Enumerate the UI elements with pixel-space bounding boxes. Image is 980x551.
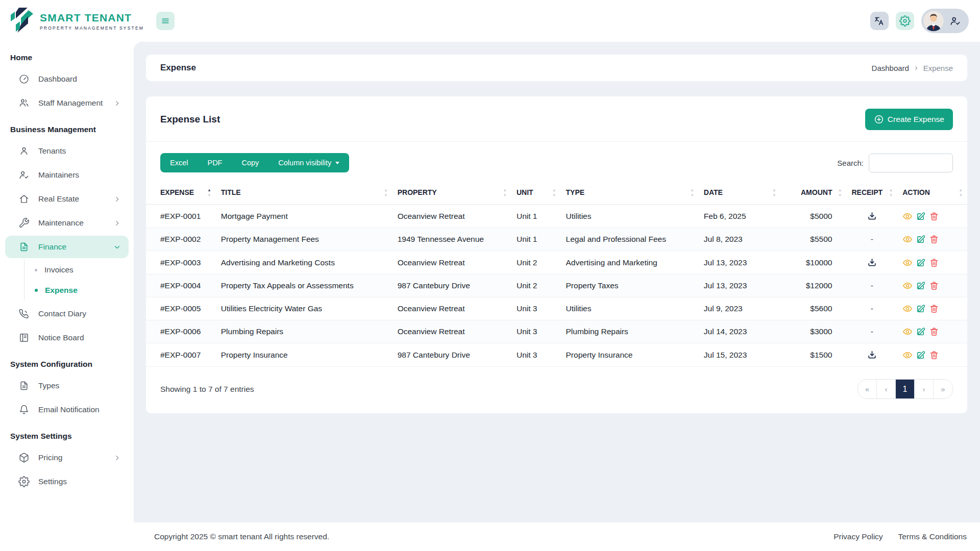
excel-export-button[interactable]: Excel xyxy=(160,153,198,172)
column-header-date[interactable]: DATE▲▼ xyxy=(699,181,781,205)
phone-icon xyxy=(18,308,30,319)
sidebar-item-contact-diary[interactable]: Contact Diary xyxy=(5,303,129,325)
copy-export-button[interactable]: Copy xyxy=(232,153,268,172)
column-header-title[interactable]: TITLE▲▼ xyxy=(216,181,393,205)
sidebar-item-dashboard[interactable]: Dashboard xyxy=(5,68,129,90)
bullet-icon xyxy=(35,289,38,292)
view-icon[interactable] xyxy=(902,258,913,268)
pagination-prev-button[interactable]: ‹ xyxy=(877,380,896,398)
sidebar-item-types[interactable]: Types xyxy=(5,374,129,397)
edit-icon[interactable] xyxy=(916,211,926,221)
delete-icon[interactable] xyxy=(929,258,939,268)
sidebar-item-pricing[interactable]: Pricing xyxy=(5,446,129,469)
cell-type: Utilities xyxy=(561,297,699,320)
column-header-expense[interactable]: EXPENSE▲▼ xyxy=(146,181,216,205)
cell-title: Mortgage Payment xyxy=(216,205,393,228)
pagination-page-1-button[interactable]: 1 xyxy=(896,380,915,398)
cell-expense-id: #EXP-0006 xyxy=(146,320,216,343)
column-header-receipt[interactable]: RECEIPT▲▼ xyxy=(846,181,897,205)
search-input[interactable] xyxy=(869,154,953,172)
cell-title: Property Insurance xyxy=(216,343,393,367)
download-receipt-icon[interactable] xyxy=(867,257,877,268)
sort-icon: ▲▼ xyxy=(959,188,963,197)
sidebar-toggle-button[interactable] xyxy=(156,12,175,30)
nav-section-home: Home xyxy=(0,44,134,66)
wrench-icon xyxy=(18,217,30,229)
terms-conditions-link[interactable]: Terms & Conditions xyxy=(898,532,967,541)
view-icon[interactable] xyxy=(902,350,913,360)
settings-button[interactable] xyxy=(896,12,914,30)
sidebar-item-email-notification[interactable]: Email Notification xyxy=(5,398,129,421)
edit-icon[interactable] xyxy=(916,258,926,268)
language-button[interactable] xyxy=(870,12,889,30)
expense-list-panel: Expense List Create Expense Excel PDF Co… xyxy=(146,96,967,413)
cell-date: Jul 8, 2023 xyxy=(699,228,781,251)
pdf-export-button[interactable]: PDF xyxy=(198,153,232,172)
table-row: #EXP-0003Advertising and Marketing Costs… xyxy=(146,251,967,274)
sidebar-item-maintainers[interactable]: Maintainers xyxy=(5,164,129,186)
sidebar-item-settings[interactable]: Settings xyxy=(5,470,129,493)
cell-actions xyxy=(897,274,967,297)
sidebar-subitem-invoices[interactable]: Invoices xyxy=(24,260,129,280)
pagination-first-button[interactable]: « xyxy=(858,380,877,398)
brand-name: SMART TENANT xyxy=(40,12,144,24)
delete-icon[interactable] xyxy=(929,281,939,291)
cell-title: Advertising and Marketing Costs xyxy=(216,251,393,274)
profile-menu[interactable] xyxy=(921,9,969,33)
sidebar-item-real-estate[interactable]: Real Estate xyxy=(5,188,129,210)
main-content: Expense Dashboard › Expense Expense List… xyxy=(134,42,980,522)
view-icon[interactable] xyxy=(902,234,913,244)
view-icon[interactable] xyxy=(902,281,913,291)
edit-icon[interactable] xyxy=(916,327,926,337)
delete-icon[interactable] xyxy=(929,304,939,314)
cell-unit: Unit 2 xyxy=(511,251,561,274)
brand-logo[interactable]: SMART TENANT PROPERTY MANAGEMENT SYSTEM xyxy=(0,8,144,34)
sidebar-item-staff-management[interactable]: Staff Management xyxy=(5,92,129,114)
view-icon[interactable] xyxy=(902,211,913,221)
hamburger-icon xyxy=(160,16,170,26)
download-receipt-icon[interactable] xyxy=(867,349,877,360)
view-icon[interactable] xyxy=(902,327,913,337)
delete-icon[interactable] xyxy=(929,234,939,244)
sidebar-item-notice-board[interactable]: Notice Board xyxy=(5,327,129,349)
table-row: #EXP-0007Property Insurance987 Cantebury… xyxy=(146,343,967,367)
delete-icon[interactable] xyxy=(929,211,939,221)
view-icon[interactable] xyxy=(902,304,913,314)
edit-icon[interactable] xyxy=(916,281,926,291)
column-header-property[interactable]: PROPERTY▲▼ xyxy=(393,181,511,205)
pagination-last-button[interactable]: » xyxy=(934,380,952,398)
cell-expense-id: #EXP-0003 xyxy=(146,251,216,274)
column-visibility-button[interactable]: Column visibility xyxy=(268,153,349,172)
privacy-policy-link[interactable]: Privacy Policy xyxy=(834,532,883,541)
delete-icon[interactable] xyxy=(929,350,939,360)
column-header-unit[interactable]: UNIT▲▼ xyxy=(511,181,561,205)
person-icon xyxy=(18,145,30,157)
column-header-amount[interactable]: AMOUNT▲▼ xyxy=(781,181,847,205)
sidebar-item-finance[interactable]: Finance xyxy=(5,236,129,258)
cell-amount: $5500 xyxy=(781,228,847,251)
sidebar-subitem-expense[interactable]: Expense xyxy=(24,280,129,300)
cell-title: Property Management Fees xyxy=(216,228,393,251)
edit-icon[interactable] xyxy=(916,304,926,314)
cell-unit: Unit 3 xyxy=(511,320,561,343)
delete-icon[interactable] xyxy=(929,327,939,337)
cell-actions xyxy=(897,297,967,320)
column-header-action[interactable]: ACTION▲▼ xyxy=(897,181,967,205)
smart-tenant-logo-icon xyxy=(10,8,34,34)
table-row: #EXP-0005Utilities Electricity Water Gas… xyxy=(146,297,967,320)
sort-icon: ▲▼ xyxy=(552,188,556,197)
cell-property: Oceanview Retreat xyxy=(393,205,511,228)
sidebar-item-tenants[interactable]: Tenants xyxy=(5,140,129,162)
edit-icon[interactable] xyxy=(916,234,926,244)
bullet-icon xyxy=(35,269,37,271)
breadcrumb-dashboard-link[interactable]: Dashboard xyxy=(872,64,909,72)
cell-expense-id: #EXP-0007 xyxy=(146,343,216,367)
edit-icon[interactable] xyxy=(916,350,926,360)
download-receipt-icon[interactable] xyxy=(867,211,877,221)
column-header-type[interactable]: TYPE▲▼ xyxy=(561,181,699,205)
pagination-next-button[interactable]: › xyxy=(915,380,934,398)
sidebar-item-maintenance[interactable]: Maintenance xyxy=(5,212,129,234)
cell-expense-id: #EXP-0004 xyxy=(146,274,216,297)
create-expense-button[interactable]: Create Expense xyxy=(865,109,953,130)
bell-icon xyxy=(18,404,30,415)
